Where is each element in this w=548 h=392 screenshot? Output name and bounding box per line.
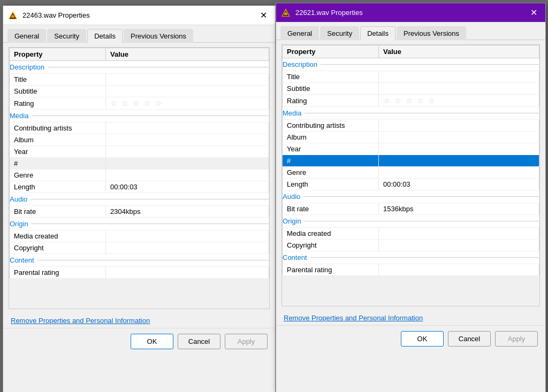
section-label-origin-2: Origin (283, 217, 305, 225)
title-bar-2: 22621.wav Properties ✕ (276, 3, 545, 22)
table-row[interactable]: Media created (10, 230, 269, 242)
col-header-property-1: Property (10, 48, 106, 61)
window-2: 22621.wav Properties ✕ General Security … (276, 3, 546, 392)
prop-year-1: Year (10, 146, 106, 158)
val-parental-2 (379, 264, 539, 276)
prop-genre-2: Genre (283, 167, 379, 179)
section-label-content-2: Content (283, 253, 310, 262)
remove-link-anchor-2[interactable]: Remove Properties and Personal Informati… (284, 314, 423, 322)
prop-rating-1: Rating (10, 97, 106, 110)
prop-genre-1: Genre (10, 170, 106, 181)
val-rating-2: ☆ ☆ ☆ ☆ ☆ (379, 95, 539, 107)
tab-2-previous-versions[interactable]: Previous Versions (397, 26, 466, 40)
section-origin-2: Origin (283, 215, 539, 228)
table-row[interactable]: Genre (10, 170, 269, 181)
tab-2-details[interactable]: Details (360, 26, 395, 40)
table-row[interactable]: Year (283, 143, 539, 155)
table-row[interactable]: Album (10, 134, 269, 146)
section-description-1: Description (10, 61, 269, 74)
val-bitrate-2: 1536kbps (379, 203, 539, 215)
table-row[interactable]: Contributing artists (10, 122, 269, 134)
tab-1-details[interactable]: Details (87, 29, 123, 43)
section-label-origin-1: Origin (10, 220, 32, 228)
val-length-2: 00:00:03 (379, 179, 539, 190)
tab-1-previous-versions[interactable]: Previous Versions (124, 29, 193, 43)
table-row[interactable]: Rating ☆ ☆ ☆ ☆ ☆ (10, 97, 269, 110)
table-row[interactable]: Bit rate 1536kbps (283, 203, 539, 215)
table-row[interactable]: Parental rating (283, 264, 539, 276)
col-header-value-2: Value (379, 45, 539, 58)
col-header-property-2: Property (283, 45, 379, 58)
table-row[interactable]: # (10, 158, 269, 170)
prop-parental-2: Parental rating (283, 264, 379, 276)
close-button-1[interactable]: ✕ (256, 8, 271, 23)
remove-link-2[interactable]: Remove Properties and Personal Informati… (284, 314, 538, 322)
prop-title-1: Title (10, 74, 106, 86)
ok-button-2[interactable]: OK (401, 331, 444, 347)
table-row-highlighted[interactable]: # (283, 155, 539, 167)
section-label-audio-2: Audio (283, 193, 303, 201)
ok-button-1[interactable]: OK (131, 334, 173, 349)
val-copyright-1 (106, 242, 269, 254)
table-row[interactable]: Title (10, 74, 269, 86)
prop-bitrate-2: Bit rate (283, 203, 379, 215)
val-title-1 (106, 74, 269, 86)
section-audio-1: Audio (10, 193, 269, 206)
prop-track-1: # (10, 158, 106, 170)
table-row[interactable]: Subtitle (283, 83, 539, 95)
table-row[interactable]: Contributing artists (283, 120, 539, 132)
tab-1-general[interactable]: General (7, 29, 46, 43)
remove-link-anchor-1[interactable]: Remove Properties and Personal Informati… (11, 317, 150, 325)
close-button-2[interactable]: ✕ (526, 5, 541, 20)
property-table-container-1: Property Value Description Titl (9, 47, 270, 309)
apply-button-1[interactable]: Apply (225, 334, 268, 349)
val-mediacreated-2 (379, 228, 539, 240)
table-row[interactable]: Copyright (10, 242, 269, 254)
button-row-2: OK Cancel Apply (276, 325, 545, 352)
window-2-title: 22621.wav Properties (295, 9, 526, 17)
prop-album-2: Album (283, 132, 379, 143)
window-1-title: 22463.wav Properties (22, 11, 256, 19)
table-row[interactable]: Genre (283, 167, 539, 179)
window-1-body: General Security Details Previous Versio… (3, 25, 275, 392)
section-label-content-1: Content (10, 256, 37, 264)
table-row[interactable]: Length 00:00:03 (283, 179, 539, 190)
table-row[interactable]: Year (10, 146, 269, 158)
stars-2: ☆ ☆ ☆ ☆ ☆ (383, 96, 436, 105)
svg-rect-7 (285, 12, 287, 13)
tab-1-security[interactable]: Security (47, 29, 86, 43)
tab-2-security[interactable]: Security (320, 26, 359, 40)
table-row[interactable]: Length 00:00:03 (10, 181, 269, 193)
section-label-audio-1: Audio (10, 195, 31, 203)
table-row[interactable]: Parental rating (10, 267, 269, 279)
stars-1: ☆ ☆ ☆ ☆ ☆ (110, 99, 163, 107)
tabs-2: General Security Details Previous Versio… (276, 22, 545, 40)
table-row[interactable]: Album (283, 132, 539, 143)
tab-2-general[interactable]: General (280, 26, 319, 40)
prop-mediacreated-2: Media created (283, 228, 379, 240)
table-row[interactable]: Media created (283, 228, 539, 240)
table-row[interactable]: Copyright (283, 240, 539, 251)
apply-button-2[interactable]: Apply (495, 331, 538, 347)
window-2-body: General Security Details Previous Versio… (276, 22, 545, 392)
table-row[interactable]: Rating ☆ ☆ ☆ ☆ ☆ (283, 95, 539, 107)
cancel-button-1[interactable]: Cancel (178, 334, 220, 349)
cancel-button-2[interactable]: Cancel (448, 331, 491, 347)
table-row[interactable]: Title (283, 71, 539, 83)
val-genre-1 (106, 170, 269, 181)
prop-year-2: Year (283, 143, 379, 155)
tabs-1: General Security Details Previous Versio… (3, 25, 275, 43)
vlc-icon-2 (280, 7, 291, 18)
section-origin-1: Origin (10, 218, 269, 230)
remove-link-1[interactable]: Remove Properties and Personal Informati… (11, 317, 268, 325)
table-row[interactable]: Subtitle (10, 86, 269, 97)
val-mediacreated-1 (106, 230, 269, 242)
val-length-1: 00:00:03 (106, 181, 269, 193)
table-row[interactable]: Bit rate 2304kbps (10, 206, 269, 218)
section-label-media-2: Media (283, 109, 305, 117)
val-track-2 (379, 155, 539, 167)
section-audio-2: Audio (283, 190, 539, 203)
val-track-1 (106, 158, 269, 170)
button-row-1: OK Cancel Apply (3, 328, 275, 355)
val-year-2 (379, 143, 539, 155)
